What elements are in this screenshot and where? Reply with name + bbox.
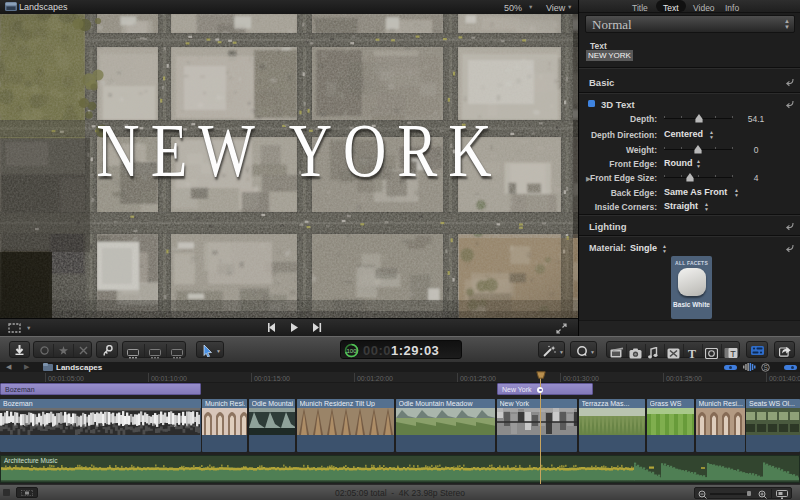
svg-text:T: T	[688, 347, 696, 359]
svg-text:100: 100	[346, 347, 357, 353]
svg-text:T: T	[730, 348, 736, 358]
svg-text:S: S	[764, 363, 769, 370]
